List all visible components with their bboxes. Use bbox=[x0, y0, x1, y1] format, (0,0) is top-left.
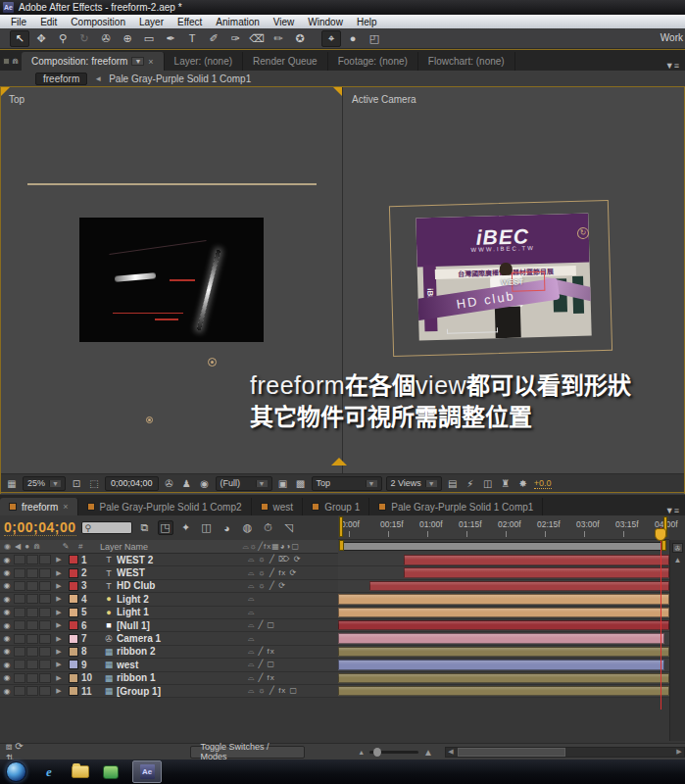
label-color-swatch[interactable] bbox=[69, 634, 78, 644]
menu-item-edit[interactable]: Edit bbox=[33, 17, 64, 27]
expand-arrow-icon[interactable]: ▶ bbox=[52, 556, 66, 564]
layer-switches[interactable]: ⌓ ╱ fx bbox=[248, 673, 338, 683]
timeline-bar-row[interactable] bbox=[338, 619, 669, 632]
expand-arrow-icon[interactable]: ▶ bbox=[52, 569, 66, 577]
pixel-aspect-icon[interactable]: ▤ bbox=[446, 478, 460, 489]
show-channel-icon[interactable]: ◉ bbox=[198, 478, 212, 489]
layer-row[interactable]: ◉▶10▦ribbon 1⌓ ╱ fx bbox=[0, 672, 338, 685]
panel-tab-0[interactable]: Composition: freeform▼× bbox=[22, 52, 165, 71]
media-app-icon[interactable] bbox=[103, 765, 119, 779]
label-color-swatch[interactable] bbox=[69, 608, 78, 617]
avfl-toggle[interactable] bbox=[26, 608, 38, 617]
avfl-toggle[interactable] bbox=[39, 620, 51, 630]
avfl-toggle[interactable] bbox=[39, 673, 51, 683]
avfl-toggle[interactable] bbox=[26, 634, 38, 644]
breadcrumb-current-comp[interactable]: freeform bbox=[35, 73, 87, 85]
close-icon[interactable]: × bbox=[63, 502, 68, 512]
panel-tab-2[interactable]: Render Queue bbox=[243, 52, 328, 71]
avfl-toggle[interactable] bbox=[39, 608, 51, 617]
expand-in-out-pane-icon[interactable]: ⧈ bbox=[6, 741, 15, 752]
breadcrumb-parent-comp[interactable]: Pale Gray-Purple Solid 1 Comp1 bbox=[109, 74, 251, 84]
avfl-toggle[interactable] bbox=[39, 555, 51, 564]
layer-name[interactable]: Camera 1 bbox=[117, 633, 248, 644]
layer-duration-bar[interactable] bbox=[338, 594, 669, 605]
scroll-left-icon[interactable]: ◀ bbox=[446, 748, 456, 756]
panel-tab-1[interactable]: Layer: (none) bbox=[165, 52, 243, 71]
timeline-button-icon[interactable]: ◫ bbox=[481, 478, 495, 489]
video-eye-icon[interactable]: ◉ bbox=[0, 647, 14, 656]
pan-behind-tool[interactable]: ⊕ bbox=[118, 30, 137, 47]
expand-arrow-icon[interactable]: ▶ bbox=[52, 582, 66, 590]
timeline-tab-4[interactable]: Pale Gray-Purple Solid 1 Comp1 bbox=[369, 498, 543, 515]
timeline-tab-2[interactable]: west bbox=[252, 498, 304, 515]
pen-tool[interactable]: ✒ bbox=[161, 30, 180, 47]
auto-keyframe-icon[interactable]: ⏱ bbox=[261, 521, 276, 534]
resolution-select[interactable]: (Full)▼ bbox=[216, 476, 272, 491]
panel-grip[interactable]: ⋒ bbox=[0, 52, 22, 71]
light-indicator-icon[interactable] bbox=[146, 416, 153, 423]
layer-duration-bar[interactable] bbox=[404, 567, 669, 578]
exposure-icon[interactable]: ✸ bbox=[516, 478, 530, 489]
brainstorm-icon[interactable]: ◍ bbox=[240, 521, 256, 534]
avfl-toggle[interactable] bbox=[26, 686, 38, 696]
menu-item-effect[interactable]: Effect bbox=[171, 17, 209, 27]
hide-shy-icon[interactable]: ✦ bbox=[178, 521, 194, 534]
timeline-bar-row[interactable] bbox=[338, 607, 669, 619]
index-column-header[interactable]: # bbox=[78, 542, 100, 551]
layer-name[interactable]: ribbon 2 bbox=[117, 646, 248, 657]
menu-item-animation[interactable]: Animation bbox=[209, 17, 266, 27]
comp-flowchart-icon[interactable]: ♜ bbox=[499, 478, 513, 489]
work-area-bracket[interactable] bbox=[339, 516, 343, 537]
video-eye-icon[interactable]: ◉ bbox=[0, 595, 14, 604]
work-area-end-handle[interactable] bbox=[661, 540, 666, 551]
layer-row[interactable]: ◉▶7✇Camera 1⌓ bbox=[0, 632, 338, 645]
label-color-swatch[interactable] bbox=[69, 660, 78, 669]
avfl-toggle[interactable] bbox=[39, 647, 51, 657]
safe-margins-icon[interactable]: ⊡ bbox=[70, 478, 83, 489]
roto-brush-tool[interactable]: ✏ bbox=[269, 30, 288, 47]
panel-tab-3[interactable]: Footage: (none) bbox=[328, 52, 418, 71]
layer-name-column-header[interactable]: Layer Name bbox=[100, 542, 214, 552]
avfl-toggle[interactable] bbox=[26, 620, 38, 630]
avfl-toggle[interactable] bbox=[14, 581, 25, 591]
layer-switches[interactable]: ⌓ ☼ ╱ fx ⟳ bbox=[248, 568, 338, 578]
menu-item-window[interactable]: Window bbox=[301, 17, 350, 27]
toggle-switches-modes-button[interactable]: Toggle Switches / Modes bbox=[190, 746, 306, 759]
fast-previews-icon[interactable]: ⚡ bbox=[464, 478, 477, 489]
layer-row[interactable]: ◉▶9▦west⌓ ╱ ▢ bbox=[0, 659, 338, 671]
expand-arrow-icon[interactable]: ▶ bbox=[52, 674, 66, 682]
video-eye-icon[interactable]: ◉ bbox=[0, 581, 14, 590]
lock-icon[interactable]: ⋒ bbox=[33, 542, 40, 551]
puppet-pin-tool[interactable]: ✪ bbox=[290, 30, 310, 47]
layer-switches[interactable]: ⌓ bbox=[248, 594, 338, 604]
show-snapshot-icon[interactable]: ♟ bbox=[180, 478, 194, 489]
layer-name[interactable]: [Group 1] bbox=[117, 686, 248, 697]
selection-tool[interactable]: ↖ bbox=[10, 30, 29, 47]
label-color-swatch[interactable] bbox=[69, 555, 78, 564]
timeline-tab-1[interactable]: Pale Gray-Purple Solid 1 Comp2 bbox=[78, 498, 252, 515]
video-eye-icon[interactable]: ◉ bbox=[0, 608, 14, 616]
layer-switches[interactable]: ⌓ bbox=[248, 634, 338, 644]
horizontal-scrollbar[interactable]: ◀ ▶ bbox=[445, 747, 685, 758]
after-effects-taskbar-icon[interactable]: Ae bbox=[132, 760, 162, 783]
video-eye-icon[interactable]: ◉ bbox=[0, 621, 14, 630]
zoom-in-icon[interactable]: ▲ bbox=[423, 747, 433, 758]
layer-switches[interactable]: ⌓ bbox=[248, 608, 338, 617]
panel-tab-4[interactable]: Flowchart: (none) bbox=[418, 52, 515, 71]
video-eye-icon[interactable]: ◉ bbox=[4, 542, 11, 551]
layer-row[interactable]: ◉▶2TWEST⌓ ☼ ╱ fx ⟳ bbox=[0, 566, 338, 579]
work-area-bar[interactable] bbox=[340, 542, 665, 551]
scrollbar-thumb[interactable] bbox=[458, 748, 565, 757]
timeline-bar-row[interactable] bbox=[338, 672, 669, 685]
video-eye-icon[interactable]: ◉ bbox=[0, 634, 14, 643]
camera-indicator-icon[interactable] bbox=[208, 358, 217, 367]
explorer-folder-icon[interactable] bbox=[72, 765, 89, 778]
audio-icon[interactable]: ◀ bbox=[15, 542, 21, 551]
expand-arrow-icon[interactable]: ▶ bbox=[52, 609, 66, 616]
world-axis-mode[interactable]: ● bbox=[343, 30, 363, 47]
work-area-start-handle[interactable] bbox=[339, 540, 344, 551]
avfl-toggle[interactable] bbox=[26, 673, 38, 683]
view-select[interactable]: Top▼ bbox=[312, 476, 382, 491]
avfl-toggle[interactable] bbox=[39, 686, 51, 696]
layer-switches[interactable]: ⌓ ☼ ╱ fx ▢ bbox=[248, 686, 338, 696]
